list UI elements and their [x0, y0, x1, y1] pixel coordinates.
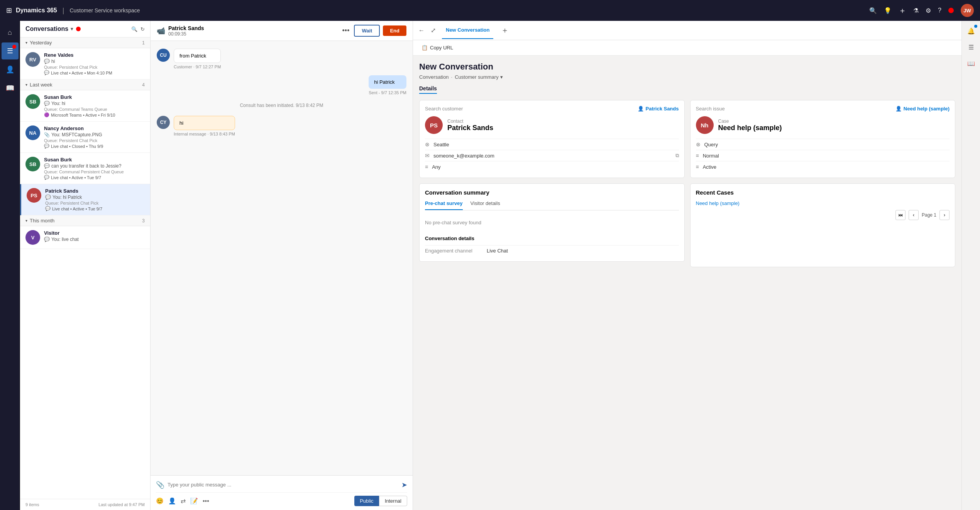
copy-email-icon[interactable]: ⧉: [675, 152, 679, 159]
avatar: RV: [25, 52, 40, 67]
breadcrumb-customer-summary[interactable]: Customer summary ▾: [455, 74, 503, 80]
list-item[interactable]: RV Rene Valdes 💬 hi Queue: Persistent Ch…: [20, 48, 150, 80]
send-icon[interactable]: ➤: [401, 481, 407, 489]
avatar: SB: [25, 157, 40, 171]
breadcrumb-conversation[interactable]: Conversation: [419, 74, 449, 80]
list-item[interactable]: SB Susan Burk 💬 You: hi Queue: Communal …: [20, 90, 150, 122]
tab-pre-chat-survey[interactable]: Pre-chat survey: [425, 200, 463, 210]
settings-icon[interactable]: ⚙: [926, 7, 931, 14]
icon-bar-conversations[interactable]: ☰: [2, 42, 19, 59]
tab-add-icon[interactable]: ＋: [501, 25, 509, 36]
pagination: ⏮ ‹ Page 1 ›: [696, 210, 950, 220]
filter-icon[interactable]: ⚗: [913, 7, 919, 14]
case-link[interactable]: Need help (sample): [696, 200, 950, 206]
avatar: SB: [25, 94, 40, 109]
details-label: Details: [419, 85, 437, 94]
priority-icon: ≡: [696, 152, 699, 159]
icon-bar-home[interactable]: ⌂: [2, 24, 19, 41]
livechat-icon: 💬: [44, 144, 49, 149]
note-icon[interactable]: 📝: [190, 497, 198, 505]
lightbulb-icon[interactable]: 💡: [884, 7, 892, 14]
system-message: Consult has been initiated. 9/13 8:42 PM: [157, 101, 406, 110]
list-item-active[interactable]: PS Patrick Sands 💬 You: hi Patrick Queue…: [20, 184, 150, 215]
public-button[interactable]: Public: [354, 496, 379, 506]
section-lastweek[interactable]: ▾ Last week 4: [20, 80, 150, 90]
sidebar-refresh-icon[interactable]: ↻: [140, 26, 145, 32]
case-status: Active: [703, 164, 716, 170]
email-icon: ✉: [425, 152, 430, 159]
issue-card: Search issue 👤 Need help (sample) Nh Cas…: [690, 100, 956, 178]
icon-bar-contacts[interactable]: 👤: [2, 61, 19, 78]
list-item[interactable]: SB Susan Burk 💬 can you transfer it back…: [20, 153, 150, 184]
app-brand: ⊞ Dynamics 365 | Customer Service worksp…: [6, 6, 140, 15]
more-icon[interactable]: •••: [203, 498, 209, 505]
first-page-button[interactable]: ⏮: [895, 210, 906, 220]
query-icon: ⊗: [696, 141, 701, 147]
avatar: CU: [157, 49, 170, 62]
case-type: Case: [718, 119, 782, 124]
customer-search-value[interactable]: 👤 Patrick Sands: [638, 106, 679, 112]
avatar: CY: [157, 116, 170, 129]
plus-icon[interactable]: ＋: [899, 5, 906, 16]
tab-visitor-details[interactable]: Visitor details: [471, 200, 500, 210]
tab-new-conversation[interactable]: New Conversation: [442, 22, 493, 39]
items-count: 9 items: [25, 502, 39, 507]
copy-url-button[interactable]: 📋 Copy URL: [418, 43, 456, 52]
case-avatar: Nh: [696, 116, 714, 134]
sidebar-header-actions: 🔍 ↻: [131, 26, 145, 32]
chat-more-icon[interactable]: •••: [342, 27, 350, 35]
prev-page-button[interactable]: ‹: [909, 210, 919, 220]
message-time: Sent - 9/7 12:35 PM: [369, 90, 406, 95]
attachment-icon[interactable]: 📎: [156, 481, 164, 489]
chat-icon: 💬: [44, 59, 50, 64]
people-icon[interactable]: 👤: [168, 497, 176, 505]
far-right-notifications-icon[interactable]: 🔔: [964, 24, 978, 38]
engagement-channel-value: Live Chat: [487, 248, 508, 254]
chat-area: 📹 Patrick Sands 00:09:35 ••• Wait End CU…: [151, 21, 413, 510]
chat-toolbar: 😊 👤 ⇄ 📝 ••• Public Internal: [156, 492, 407, 506]
section-thismonth[interactable]: ▾ This month 3: [20, 215, 150, 226]
chevron-icon: ▾: [25, 219, 27, 223]
contact-email: someone_k@example.com: [433, 153, 494, 159]
grid-icon[interactable]: ⊞: [6, 6, 12, 15]
far-right-list-icon[interactable]: ☰: [964, 40, 978, 54]
far-right-book-icon[interactable]: 📖: [964, 56, 978, 70]
help-icon[interactable]: ?: [938, 7, 941, 14]
chat-icon: 💬: [44, 237, 50, 242]
emoji-icon[interactable]: 😊: [156, 497, 164, 505]
list-item[interactable]: V Visitor 💬 You: live chat: [20, 226, 150, 249]
right-panel-toolbar: 📋 Copy URL: [413, 40, 961, 56]
chat-icon: 💬: [44, 163, 50, 169]
chat-input[interactable]: [168, 480, 401, 490]
avatar: V: [25, 230, 40, 245]
chevron-down-icon: ▾: [500, 74, 503, 80]
user-avatar[interactable]: JW: [961, 4, 974, 17]
sidebar: Conversations ▾ 🔍 ↻ ▾ Yesterday 1 RV Ren…: [20, 21, 151, 510]
message-row: CU from Patrick Customer · 9/7 12:27 PM: [157, 49, 406, 69]
chat-video-icon: 📹: [157, 27, 165, 35]
sidebar-search-icon[interactable]: 🔍: [131, 26, 137, 32]
transfer-icon[interactable]: ⇄: [181, 497, 186, 505]
unread-badge: [12, 45, 16, 49]
right-panel-tabs: ← ⤢ New Conversation ＋: [413, 21, 961, 40]
chevron-icon: ▾: [25, 83, 27, 87]
conversation-summary-title: Conversation summary: [425, 189, 679, 196]
sidebar-footer: 9 items Last updated at 9:47 PM: [20, 499, 150, 510]
icon-bar-book[interactable]: 📖: [2, 80, 19, 97]
search-icon[interactable]: 🔍: [869, 7, 877, 14]
expand-icon[interactable]: ⤢: [431, 27, 436, 34]
list-item[interactable]: NA Nancy Anderson 📎 You: MSFTCapture.PNG…: [20, 122, 150, 153]
list-icon: ≡: [425, 164, 428, 170]
section-yesterday[interactable]: ▾ Yesterday 1: [20, 37, 150, 48]
next-page-button[interactable]: ›: [939, 210, 950, 220]
wait-button[interactable]: Wait: [354, 25, 380, 37]
end-button[interactable]: End: [383, 25, 406, 36]
attachment-icon: 📎: [44, 132, 50, 137]
message-time: Internal message · 9/13 8:43 PM: [174, 132, 235, 136]
back-icon[interactable]: ←: [418, 27, 425, 34]
conversation-summary-card: Conversation summary Pre-chat survey Vis…: [419, 183, 685, 262]
internal-button[interactable]: Internal: [379, 496, 407, 506]
issue-search-value[interactable]: 👤 Need help (sample): [895, 106, 950, 112]
message-bubble: hi Patrick: [369, 75, 406, 89]
chevron-down-icon: ▾: [71, 26, 73, 32]
